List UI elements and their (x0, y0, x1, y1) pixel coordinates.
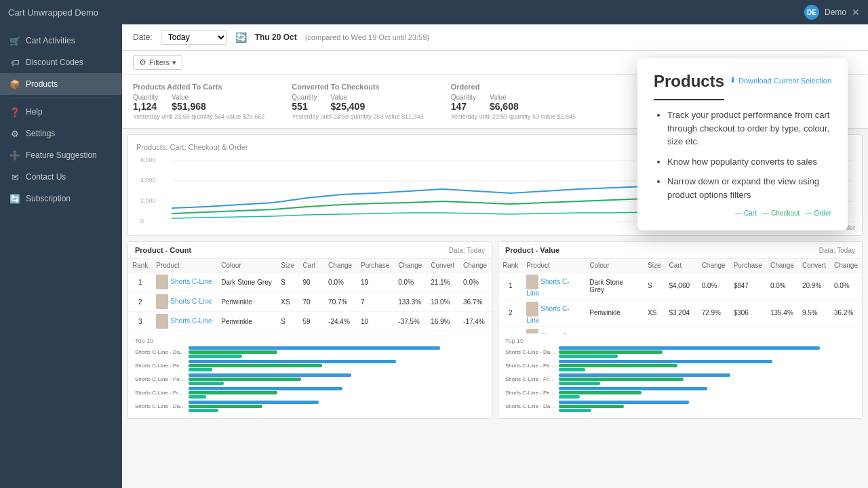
stat-quantity-label: Quantity (292, 94, 317, 101)
col-change2: Change (766, 259, 798, 272)
close-icon[interactable]: ✕ (852, 7, 860, 18)
cart: 59 (298, 312, 324, 331)
table-row: 3 Shorts C-Line Fresh Green XS $2,694 38… (498, 327, 862, 334)
help-popup: Products ⬇ Download Current Selection Tr… (637, 58, 848, 230)
convert-change: 36.2% (830, 300, 862, 327)
stat-quantity-label: Quantity (133, 94, 158, 101)
bar-label: Shorts C-Line - Periwinkle - XS (135, 363, 186, 369)
stat-title: Converted To Checkouts (292, 83, 423, 91)
rank: 3 (498, 327, 522, 334)
colour: Dark Stone Grey (217, 272, 277, 292)
subscription-icon: 🔄 (9, 193, 20, 204)
purchase: $306 (730, 300, 766, 327)
bar-label: Shorts C-Line - Fresh Green - XS (135, 390, 186, 396)
purchase: $214 (730, 327, 766, 334)
cart-change: -24.4% (324, 312, 357, 331)
col-rank: Rank (128, 259, 152, 272)
col-product: Product (152, 259, 217, 272)
sidebar-item-label: Feature Suggestion (26, 150, 97, 160)
sidebar-item-label: Cart Activities (26, 36, 75, 45)
stat-quantity-value: 147 (451, 101, 476, 112)
stat-quantity-value: 1,124 (133, 101, 158, 112)
cart: 90 (298, 272, 324, 292)
bar-label: Shorts C-Line - Periwinkle - S (135, 376, 186, 382)
purchase: $847 (730, 272, 766, 300)
stat-value-label: Value (331, 94, 366, 101)
col-rank: Rank (498, 259, 522, 272)
cart: $4,060 (665, 272, 697, 300)
col-change3: Change (459, 259, 492, 272)
help-icon: ❓ (9, 106, 20, 117)
cart: $2,694 (665, 327, 697, 334)
sidebar-item-contact-us[interactable]: ✉ Contact Us (0, 166, 122, 188)
purchase-change: 64.1% (766, 327, 798, 334)
colour: Periwinkle (585, 300, 644, 327)
cart-change: 70.7% (324, 292, 357, 312)
sidebar-item-subscription[interactable]: 🔄 Subscription (0, 188, 122, 209)
sidebar-item-label: Discount Codes (26, 58, 83, 67)
col-product: Product (522, 259, 585, 272)
sidebar-item-cart-activities[interactable]: 🛒 Cart Activities (0, 30, 122, 52)
col-convert: Convert (798, 259, 830, 272)
col-change3: Change (830, 259, 862, 272)
size: XS (644, 327, 665, 334)
size: XS (277, 292, 298, 312)
filters-label: Filters (149, 58, 170, 66)
bar-label: Shorts C-Line - Dark Stone Grey - S (135, 349, 186, 355)
user-label: Demo (825, 7, 846, 17)
table-row: 2 Shorts C-Line Periwinkle XS $3,204 72.… (498, 300, 862, 327)
help-bullet-2: Know how popularity converts to sales (667, 155, 831, 169)
size: S (644, 272, 665, 300)
plus-icon: ➕ (9, 150, 20, 161)
bar-label: Shorts C-Line - Fresh Green - XS (505, 376, 556, 382)
col-size: Size (277, 259, 298, 272)
sidebar-item-feature-suggestion[interactable]: ➕ Feature Suggestion (0, 144, 122, 166)
left-bar-chart: Top 10 Shorts C-Line - Dark Stone Grey -… (128, 333, 492, 418)
col-purchase: Purchase (730, 259, 766, 272)
mail-icon: ✉ (9, 171, 20, 182)
col-change: Change (324, 259, 357, 272)
convert: 9.5% (798, 300, 830, 327)
help-popup-list: Track your product performance from cart… (654, 108, 831, 201)
sidebar-item-settings[interactable]: ⚙ Settings (0, 123, 122, 144)
stat-note: Yesterday until 23:59 quantity 63 value … (451, 113, 576, 120)
sidebar-item-help[interactable]: ❓ Help (0, 101, 122, 123)
rank: 1 (498, 272, 522, 300)
product-count-table: Product - Count Data: Today Rank Product… (127, 241, 492, 419)
purchase-change: 135.4% (766, 300, 798, 327)
cart-change: 0.0% (324, 272, 357, 292)
download-button[interactable]: ⬇ Download Current Selection (730, 76, 831, 85)
help-popup-title: Products (654, 72, 724, 100)
refresh-button[interactable]: 🔄 (235, 32, 247, 43)
count-data-table: Rank Product Colour Size Cart Change Pur… (128, 259, 492, 333)
header-bar: Date: Today Yesterday Last 7 Days 🔄 Thu … (122, 24, 868, 51)
product-name: Shorts C-Line (152, 331, 217, 334)
date-label: Date: (133, 33, 153, 42)
convert: 20.9% (798, 272, 830, 300)
sidebar: 🛒 Cart Activities 🏷 Discount Codes 📦 Pro… (0, 24, 122, 488)
rank: 1 (128, 272, 152, 292)
sidebar-item-label: Contact Us (26, 172, 66, 182)
right-bar-chart: Top 10 Shorts C-Line - Dark Stone Grey -… (498, 333, 862, 418)
col-colour: Colour (217, 259, 277, 272)
bar-label: Shorts C-Line - Periwinkle - XS (505, 363, 556, 369)
date-compare: (compared to Wed 19 Oct until 23:59) (305, 33, 429, 41)
rank: 2 (128, 292, 152, 312)
stat-quantity-value: 551 (292, 101, 317, 112)
convert-change: 18.3% (830, 327, 862, 334)
date-select[interactable]: Today Yesterday Last 7 Days (161, 30, 227, 45)
col-convert: Convert (427, 259, 459, 272)
product-name: Shorts C-Line (522, 327, 585, 334)
cart: 70 (298, 292, 324, 312)
sidebar-item-products[interactable]: 📦 Products (0, 73, 122, 95)
stat-value-label: Value (172, 94, 206, 101)
tag-icon: 🏷 (9, 57, 20, 68)
right-table-title: Product - Value (505, 246, 559, 254)
stat-value-value: $6,608 (490, 101, 519, 112)
product-name: Shorts C-Line (152, 272, 217, 292)
col-cart: Cart (298, 259, 324, 272)
download-icon: ⬇ (730, 76, 736, 85)
settings-icon: ⚙ (9, 128, 20, 139)
filters-button[interactable]: ⚙ Filters ▾ (133, 55, 182, 70)
sidebar-item-discount-codes[interactable]: 🏷 Discount Codes (0, 52, 122, 73)
